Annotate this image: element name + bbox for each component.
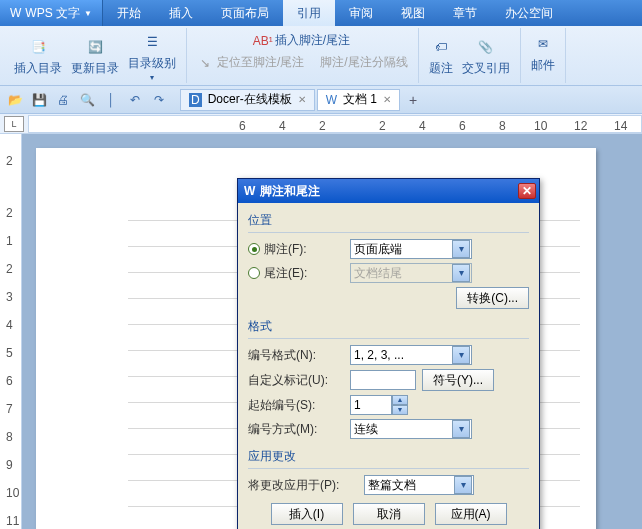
close-icon: ✕	[522, 184, 532, 198]
save-icon: 💾	[32, 93, 47, 107]
mail-icon: ✉	[531, 32, 555, 56]
numformat-label: 编号格式(N):	[248, 347, 344, 364]
footnote-radio[interactable]	[248, 243, 260, 255]
ribbon: 📑插入目录 🔄更新目录 ☰目录级别▾ AB¹插入脚注/尾注 ↘定位至脚注/尾注 …	[0, 26, 642, 86]
apply-button[interactable]: 应用(A)	[435, 503, 507, 525]
spin-up-icon[interactable]: ▲	[392, 395, 408, 405]
applyto-select[interactable]: 整篇文档	[364, 475, 474, 495]
applyto-label: 将更改应用于(P):	[248, 477, 358, 494]
section-format-label: 格式	[248, 315, 529, 339]
dialog-titlebar[interactable]: W 脚注和尾注 ✕	[238, 179, 539, 203]
ruler-row: L 642 2468101214	[0, 114, 642, 134]
menu-start[interactable]: 开始	[103, 0, 155, 26]
redo-button[interactable]: ↷	[148, 89, 170, 111]
close-icon[interactable]: ✕	[383, 94, 391, 105]
add-tab-button[interactable]: +	[402, 92, 424, 108]
footnote-label: 脚注(F):	[264, 241, 307, 258]
crossref-button[interactable]: 📎交叉引用	[458, 33, 514, 79]
start-number-spinner[interactable]: ▲▼	[350, 395, 410, 415]
menu-workspace[interactable]: 办公空间	[491, 0, 567, 26]
open-button[interactable]: 📂	[4, 89, 26, 111]
footnote-position-select[interactable]: 页面底端	[350, 239, 472, 259]
dialog-title: 脚注和尾注	[260, 183, 513, 200]
custom-mark-label: 自定义标记(U):	[248, 372, 344, 389]
toc-icon: 📑	[26, 35, 50, 59]
menu-references[interactable]: 引用	[283, 0, 335, 26]
print-button[interactable]: 🖨	[52, 89, 74, 111]
app-logo-icon: W	[10, 6, 21, 20]
menubar: W WPS 文字 ▼ 开始 插入 页面布局 引用 审阅 视图 章节 办公空间	[0, 0, 642, 26]
tab-doc1[interactable]: W文档 1✕	[317, 89, 400, 111]
goto-footnote-button[interactable]: ↘定位至脚注/尾注	[193, 52, 308, 73]
section-position-label: 位置	[248, 209, 529, 233]
dropdown-icon: ▼	[84, 9, 92, 18]
docer-icon: D	[189, 93, 202, 107]
section-apply-label: 应用更改	[248, 445, 529, 469]
preview-icon: 🔍	[80, 93, 95, 107]
insert-button[interactable]: 插入(I)	[271, 503, 343, 525]
insert-toc-button[interactable]: 📑插入目录	[10, 33, 66, 79]
menu-view[interactable]: 视图	[387, 0, 439, 26]
menu-review[interactable]: 审阅	[335, 0, 387, 26]
crossref-icon: 📎	[474, 35, 498, 59]
cancel-button[interactable]: 取消	[353, 503, 425, 525]
symbol-button[interactable]: 符号(Y)...	[422, 369, 494, 391]
numformat-select[interactable]: 1, 2, 3, ...	[350, 345, 472, 365]
convert-button[interactable]: 转换(C)...	[456, 287, 529, 309]
undo-button[interactable]: ↶	[124, 89, 146, 111]
document-tabs: DDocer-在线模板✕ W文档 1✕ +	[180, 89, 638, 111]
vertical-ruler[interactable]: 221234567891011	[0, 134, 22, 529]
quick-access-bar: 📂 💾 🖨 🔍 │ ↶ ↷ DDocer-在线模板✕ W文档 1✕ +	[0, 86, 642, 114]
numbering-mode-label: 编号方式(M):	[248, 421, 344, 438]
endnote-label: 尾注(E):	[264, 265, 307, 282]
endnote-position-select: 文档结尾	[350, 263, 472, 283]
preview-button[interactable]: 🔍	[76, 89, 98, 111]
levels-icon: ☰	[140, 30, 164, 54]
start-number-label: 起始编号(S):	[248, 397, 344, 414]
start-number-input[interactable]	[350, 395, 392, 415]
custom-mark-input[interactable]	[350, 370, 416, 390]
caption-button[interactable]: 🏷题注	[425, 33, 457, 79]
horizontal-ruler[interactable]: 642 2468101214	[28, 115, 642, 133]
divider-icon: │	[100, 89, 122, 111]
goto-icon: ↘	[197, 55, 213, 71]
close-icon[interactable]: ✕	[298, 94, 306, 105]
tab-selector[interactable]: L	[4, 116, 24, 132]
endnote-radio[interactable]	[248, 267, 260, 279]
dialog-icon: W	[244, 184, 255, 198]
menu-pagelayout[interactable]: 页面布局	[207, 0, 283, 26]
folder-icon: 📂	[8, 93, 23, 107]
tab-docer[interactable]: DDocer-在线模板✕	[180, 89, 315, 111]
app-name: WPS 文字	[25, 5, 80, 22]
dialog-close-button[interactable]: ✕	[518, 183, 536, 199]
app-menu-button[interactable]: W WPS 文字 ▼	[0, 0, 103, 26]
spin-down-icon[interactable]: ▼	[392, 405, 408, 415]
toc-level-button[interactable]: ☰目录级别▾	[124, 28, 180, 84]
numbering-mode-select[interactable]: 连续	[350, 419, 472, 439]
refresh-icon: 🔄	[83, 35, 107, 59]
caption-icon: 🏷	[429, 35, 453, 59]
menu-section[interactable]: 章节	[439, 0, 491, 26]
undo-icon: ↶	[130, 93, 140, 107]
doc-icon: W	[326, 93, 337, 107]
print-icon: 🖨	[57, 93, 69, 107]
insert-footnote-button[interactable]: AB¹插入脚注/尾注	[251, 30, 354, 51]
menu-insert[interactable]: 插入	[155, 0, 207, 26]
save-button[interactable]: 💾	[28, 89, 50, 111]
footnote-icon: AB¹	[255, 33, 271, 49]
footnote-dialog: W 脚注和尾注 ✕ 位置 脚注(F): 页面底端 尾注(E): 文档结尾 转换(…	[237, 178, 540, 529]
update-toc-button[interactable]: 🔄更新目录	[67, 33, 123, 79]
redo-icon: ↷	[154, 93, 164, 107]
mail-button[interactable]: ✉邮件	[527, 30, 559, 76]
footnote-separator-button[interactable]: 脚注/尾注分隔线	[316, 52, 411, 73]
